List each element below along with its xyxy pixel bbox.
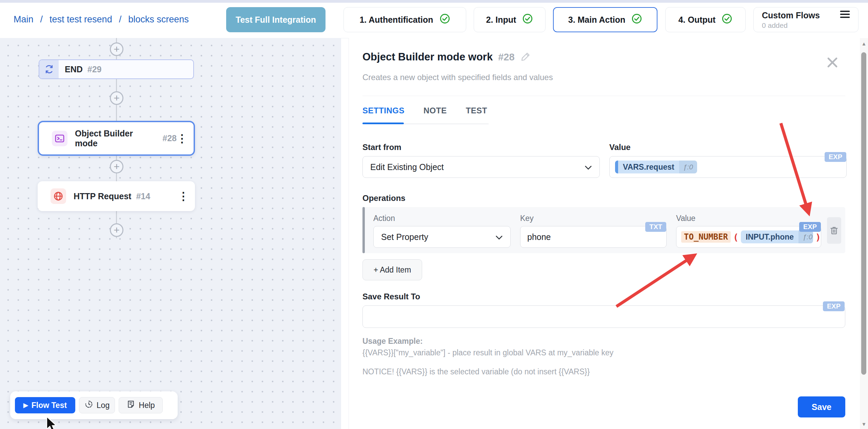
close-icon[interactable] [826,56,839,70]
scroll-up-arrow[interactable]: ▲ [860,41,868,46]
step-tab-label: 1. Authentification [359,15,433,25]
block-description: Creates a new object with specified fiel… [362,73,553,82]
node-menu-kebab-icon[interactable]: ⋮ [178,191,189,202]
block-id: #28 [498,52,514,63]
top-accent-strip [0,0,868,3]
step-tab-label: 3. Main Action [568,15,626,25]
chip-text: INPUT.phone [741,230,798,243]
node-id: #14 [136,191,150,201]
action-label: Action [373,214,395,223]
terminal-icon [52,131,67,146]
panel-scrollbar[interactable]: ▲ ▼ [860,38,868,429]
chip-text: VARS.request [618,161,679,173]
page-title: Object Builder mode work [362,51,493,63]
edit-pencil-icon[interactable] [521,51,531,63]
app-root: Main / test test resend / blocks screens… [0,0,868,429]
breadcrumb-main[interactable]: Main [14,14,34,25]
exp-mode-badge[interactable]: EXP [799,222,821,232]
hamburger-menu-icon[interactable] [840,10,850,21]
breadcrumb-integration[interactable]: test test resend [50,14,112,25]
play-icon: ▶ [23,402,28,409]
trash-icon [829,225,839,236]
block-settings-panel: Object Builder mode work #28 Creates a n… [349,38,860,429]
txt-mode-badge[interactable]: TXT [645,222,666,232]
add-item-button[interactable]: + Add Item [362,259,422,280]
node-title: HTTP Request [74,191,131,201]
node-title: Object Builder mode [75,129,158,148]
op-value-expression-field[interactable]: EXP TO_NUMBER ( INPUT.phone ƒ:0 ) [676,226,821,248]
add-step-button[interactable]: + [110,223,123,237]
add-step-button[interactable]: + [110,160,123,173]
add-step-button[interactable]: + [110,42,123,56]
node-title: END [65,64,83,74]
log-button[interactable]: Log [79,397,115,413]
start-from-select[interactable]: Edit Existing Object [362,156,600,178]
flow-node-http-request[interactable]: HTTP Request #14 ⋮ [38,181,195,211]
variable-chip[interactable]: VARS.request ƒ:0 [615,161,697,173]
test-full-integration-button[interactable]: Test Full Integration [226,7,326,32]
start-from-label: Start from [362,143,401,152]
step-tab-input[interactable]: 2. Input [474,7,546,32]
help-label: Help [139,401,155,410]
panel-tabs: SETTINGS NOTE TEST [362,106,487,115]
custom-flows-card[interactable]: Custom Flows 0 added [753,7,859,32]
flow-test-label: Flow Test [32,401,67,410]
exp-mode-badge[interactable]: EXP [825,152,846,162]
history-clock-icon [84,400,93,411]
operation-row-accent-bar [362,207,365,253]
value-label: Value [609,143,631,152]
flow-test-button[interactable]: ▶ Flow Test [15,397,75,413]
check-circle-icon [722,13,732,26]
action-value: Set Property [381,232,428,242]
active-tab-underline [362,123,404,124]
breadcrumb-separator: / [119,14,122,25]
step-tab-authentification[interactable]: 1. Authentification [343,7,466,32]
value-expression-field[interactable]: EXP VARS.request ƒ:0 [609,156,847,178]
scroll-down-arrow[interactable]: ▼ [860,421,868,427]
save-button[interactable]: Save [798,396,845,417]
function-token[interactable]: TO_NUMBER [681,231,731,243]
operations-label: Operations [362,193,406,203]
variable-chip[interactable]: INPUT.phone ƒ:0 [741,230,813,243]
help-button[interactable]: Help [119,397,163,413]
action-select[interactable]: Set Property [373,226,511,248]
flow-canvas[interactable]: + + + + END #29 Object Builder mode #28 … [0,38,341,429]
globe-icon [51,188,66,204]
start-from-value: Edit Existing Object [370,162,444,172]
key-input[interactable] [520,226,666,247]
check-circle-icon [439,13,450,26]
flow-node-end[interactable]: END #29 [39,59,194,79]
exp-mode-badge[interactable]: EXP [823,301,845,311]
key-field[interactable]: TXT [520,226,667,248]
key-label: Key [520,214,534,223]
op-value-label: Value [676,214,695,223]
step-tab-main-action[interactable]: 3. Main Action [553,7,657,32]
scrollbar-thumb[interactable] [861,52,866,375]
chevron-down-icon [585,162,592,172]
save-result-input[interactable] [362,305,845,328]
close-paren: ) [815,232,821,242]
breadcrumb-page[interactable]: blocks screens [128,14,189,25]
tab-settings[interactable]: SETTINGS [362,106,405,115]
usage-notice-text: NOTICE! {{VARS}} is the selected variabl… [362,367,590,376]
breadcrumb: Main / test test resend / blocks screens [14,14,189,25]
node-id: #28 [162,133,177,143]
check-circle-icon [522,13,533,26]
panel-title-row: Object Builder mode work #28 [362,51,531,63]
save-result-label: Save Result To [362,292,420,301]
delete-operation-button[interactable] [827,217,841,244]
tab-note[interactable]: NOTE [423,106,447,115]
custom-flows-count: 0 added [762,21,788,30]
chip-accent-bar [615,161,618,173]
flow-node-object-builder[interactable]: Object Builder mode #28 ⋮ [38,121,195,156]
header-bar: Main / test test resend / blocks screens… [0,3,868,38]
log-label: Log [97,401,110,410]
add-step-button[interactable]: + [110,91,123,105]
step-tab-output[interactable]: 4. Output [665,7,746,32]
node-menu-kebab-icon[interactable]: ⋮ [177,133,188,144]
step-tab-label: 2. Input [486,15,516,25]
usage-example-title: Usage Example: [362,337,423,346]
tab-test[interactable]: TEST [466,106,487,115]
usage-example-text: {{VARS}}["my_variable"] - place result i… [362,348,613,357]
canvas-toolbar: ▶ Flow Test Log Help [10,391,178,419]
